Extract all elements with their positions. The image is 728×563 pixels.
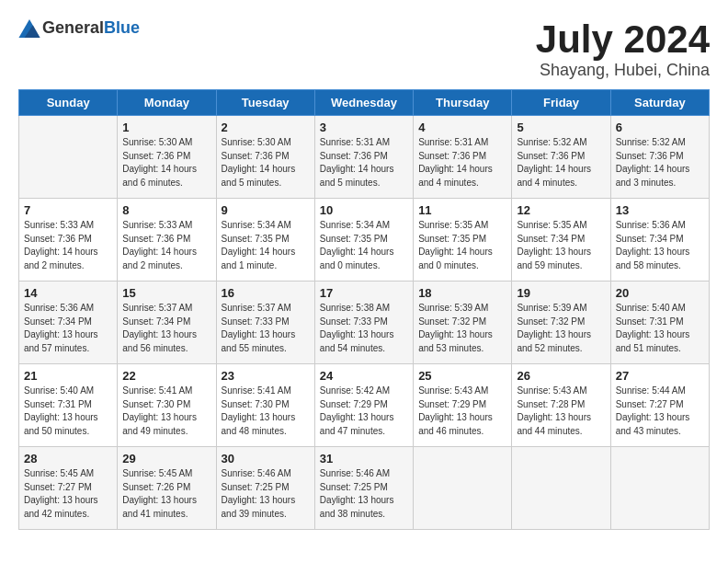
calendar-week-row: 7Sunrise: 5:33 AMSunset: 7:36 PMDaylight… [19,199,710,282]
day-number: 1 [122,121,210,134]
cell-info: Sunrise: 5:31 AMSunset: 7:36 PMDaylight:… [418,136,506,190]
calendar-cell [610,447,709,530]
cell-info: Sunrise: 5:46 AMSunset: 7:25 PMDaylight:… [320,467,408,521]
page-header: GeneralBlue July 2024 Shayang, Hubei, Ch… [18,18,710,80]
calendar-cell: 5Sunrise: 5:32 AMSunset: 7:36 PMDaylight… [512,116,610,199]
calendar-cell: 18Sunrise: 5:39 AMSunset: 7:32 PMDayligh… [414,282,512,364]
calendar-cell: 22Sunrise: 5:41 AMSunset: 7:30 PMDayligh… [118,364,216,447]
cell-info: Sunrise: 5:39 AMSunset: 7:32 PMDaylight:… [517,302,605,355]
calendar-cell: 14Sunrise: 5:36 AMSunset: 7:34 PMDayligh… [19,282,118,364]
logo: GeneralBlue [18,18,140,38]
logo-icon [18,19,40,38]
cell-info: Sunrise: 5:33 AMSunset: 7:36 PMDaylight:… [122,219,210,272]
day-number: 27 [616,369,704,383]
calendar-body: 1Sunrise: 5:30 AMSunset: 7:36 PMDaylight… [19,116,710,530]
cell-info: Sunrise: 5:30 AMSunset: 7:36 PMDaylight:… [122,136,210,190]
day-number: 14 [24,286,112,300]
calendar-week-row: 28Sunrise: 5:45 AMSunset: 7:27 PMDayligh… [19,447,710,530]
day-number: 24 [320,369,408,383]
day-number: 5 [517,121,605,134]
cell-info: Sunrise: 5:35 AMSunset: 7:35 PMDaylight:… [418,219,506,272]
weekday-header-cell: Monday [118,90,216,116]
calendar-cell: 29Sunrise: 5:45 AMSunset: 7:26 PMDayligh… [118,447,216,530]
day-number: 8 [122,203,210,217]
calendar-subtitle: Shayang, Hubei, China [536,61,710,80]
day-number: 3 [320,121,408,134]
day-number: 2 [222,121,310,134]
weekday-header-cell: Wednesday [314,90,413,116]
day-number: 9 [222,203,310,217]
calendar-cell: 8Sunrise: 5:33 AMSunset: 7:36 PMDaylight… [118,199,216,282]
weekday-header-cell: Thursday [414,90,512,116]
calendar-title: July 2024 [536,18,710,61]
cell-info: Sunrise: 5:32 AMSunset: 7:36 PMDaylight:… [517,136,605,190]
calendar-cell: 7Sunrise: 5:33 AMSunset: 7:36 PMDaylight… [19,199,118,282]
weekday-header-cell: Saturday [610,90,709,116]
day-number: 17 [320,286,408,300]
calendar-cell: 11Sunrise: 5:35 AMSunset: 7:35 PMDayligh… [414,199,512,282]
cell-info: Sunrise: 5:37 AMSunset: 7:34 PMDaylight:… [122,302,210,355]
cell-info: Sunrise: 5:44 AMSunset: 7:27 PMDaylight:… [616,385,704,438]
cell-info: Sunrise: 5:41 AMSunset: 7:30 PMDaylight:… [222,385,310,438]
day-number: 15 [122,286,210,300]
cell-info: Sunrise: 5:45 AMSunset: 7:27 PMDaylight:… [24,467,112,521]
cell-info: Sunrise: 5:36 AMSunset: 7:34 PMDaylight:… [24,302,112,355]
logo-text-general: General [42,18,104,37]
weekday-header-cell: Tuesday [216,90,314,116]
logo-text-blue: Blue [104,18,140,37]
calendar-cell: 28Sunrise: 5:45 AMSunset: 7:27 PMDayligh… [19,447,118,530]
calendar-cell: 21Sunrise: 5:40 AMSunset: 7:31 PMDayligh… [19,364,118,447]
cell-info: Sunrise: 5:40 AMSunset: 7:31 PMDaylight:… [24,385,112,438]
calendar-cell: 26Sunrise: 5:43 AMSunset: 7:28 PMDayligh… [512,364,610,447]
cell-info: Sunrise: 5:43 AMSunset: 7:29 PMDaylight:… [418,385,506,438]
weekday-header-cell: Sunday [19,90,118,116]
day-number: 19 [517,286,605,300]
calendar-cell: 4Sunrise: 5:31 AMSunset: 7:36 PMDaylight… [414,116,512,199]
day-number: 30 [222,452,310,465]
calendar-cell: 1Sunrise: 5:30 AMSunset: 7:36 PMDaylight… [118,116,216,199]
calendar-cell: 19Sunrise: 5:39 AMSunset: 7:32 PMDayligh… [512,282,610,364]
cell-info: Sunrise: 5:46 AMSunset: 7:25 PMDaylight:… [222,467,310,521]
title-block: July 2024 Shayang, Hubei, China [536,18,710,80]
calendar-cell: 2Sunrise: 5:30 AMSunset: 7:36 PMDaylight… [216,116,314,199]
cell-info: Sunrise: 5:35 AMSunset: 7:34 PMDaylight:… [517,219,605,272]
cell-info: Sunrise: 5:40 AMSunset: 7:31 PMDaylight:… [616,302,704,355]
cell-info: Sunrise: 5:39 AMSunset: 7:32 PMDaylight:… [418,302,506,355]
calendar-cell: 10Sunrise: 5:34 AMSunset: 7:35 PMDayligh… [314,199,413,282]
calendar-cell: 15Sunrise: 5:37 AMSunset: 7:34 PMDayligh… [118,282,216,364]
calendar-cell: 20Sunrise: 5:40 AMSunset: 7:31 PMDayligh… [610,282,709,364]
calendar-cell: 6Sunrise: 5:32 AMSunset: 7:36 PMDaylight… [610,116,709,199]
cell-info: Sunrise: 5:41 AMSunset: 7:30 PMDaylight:… [122,385,210,438]
day-number: 4 [418,121,506,134]
cell-info: Sunrise: 5:31 AMSunset: 7:36 PMDaylight:… [320,136,408,190]
calendar-cell: 12Sunrise: 5:35 AMSunset: 7:34 PMDayligh… [512,199,610,282]
cell-info: Sunrise: 5:36 AMSunset: 7:34 PMDaylight:… [616,219,704,272]
cell-info: Sunrise: 5:32 AMSunset: 7:36 PMDaylight:… [616,136,704,190]
cell-info: Sunrise: 5:34 AMSunset: 7:35 PMDaylight:… [320,219,408,272]
day-number: 12 [517,203,605,217]
calendar-cell: 9Sunrise: 5:34 AMSunset: 7:35 PMDaylight… [216,199,314,282]
calendar-cell: 30Sunrise: 5:46 AMSunset: 7:25 PMDayligh… [216,447,314,530]
day-number: 7 [24,203,112,217]
calendar-cell: 16Sunrise: 5:37 AMSunset: 7:33 PMDayligh… [216,282,314,364]
day-number: 21 [24,369,112,383]
day-number: 20 [616,286,704,300]
calendar-cell: 3Sunrise: 5:31 AMSunset: 7:36 PMDaylight… [314,116,413,199]
calendar-cell [512,447,610,530]
weekday-header-cell: Friday [512,90,610,116]
cell-info: Sunrise: 5:38 AMSunset: 7:33 PMDaylight:… [320,302,408,355]
day-number: 28 [24,452,112,465]
day-number: 22 [122,369,210,383]
calendar-week-row: 1Sunrise: 5:30 AMSunset: 7:36 PMDaylight… [19,116,710,199]
day-number: 6 [616,121,704,134]
calendar-week-row: 21Sunrise: 5:40 AMSunset: 7:31 PMDayligh… [19,364,710,447]
calendar-cell: 31Sunrise: 5:46 AMSunset: 7:25 PMDayligh… [314,447,413,530]
cell-info: Sunrise: 5:34 AMSunset: 7:35 PMDaylight:… [222,219,310,272]
day-number: 18 [418,286,506,300]
day-number: 26 [517,369,605,383]
calendar-header-row: SundayMondayTuesdayWednesdayThursdayFrid… [19,90,710,116]
calendar-cell: 23Sunrise: 5:41 AMSunset: 7:30 PMDayligh… [216,364,314,447]
calendar-cell: 25Sunrise: 5:43 AMSunset: 7:29 PMDayligh… [414,364,512,447]
day-number: 10 [320,203,408,217]
calendar-cell: 17Sunrise: 5:38 AMSunset: 7:33 PMDayligh… [314,282,413,364]
